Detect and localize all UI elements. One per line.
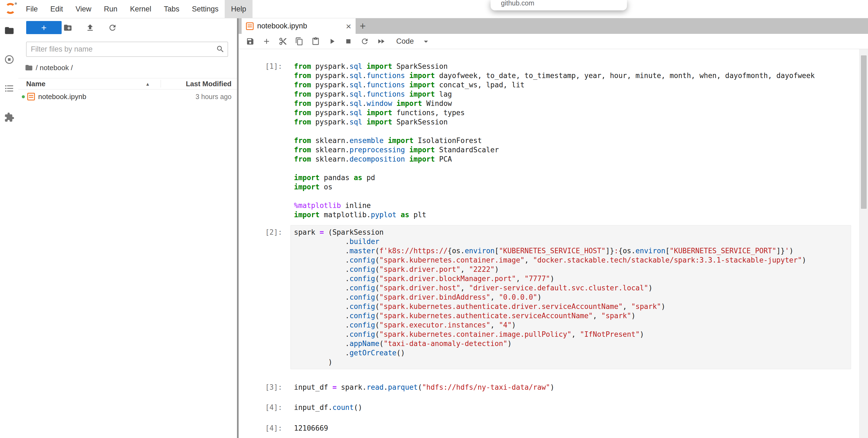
- restart-run-all-button[interactable]: [375, 35, 387, 48]
- activity-bar: [0, 18, 18, 438]
- save-icon: [246, 37, 254, 46]
- plus-icon: [262, 37, 271, 46]
- notebook-cell: [3]: input_df = spark.read.parquet("hdfs…: [239, 380, 851, 395]
- execution-count: [4]:: [239, 400, 282, 414]
- table-of-contents-tab-icon[interactable]: [0, 83, 18, 112]
- chevron-down-icon: [421, 36, 431, 47]
- running-kernels-tab-icon[interactable]: [0, 54, 18, 83]
- execution-count: [3]:: [239, 380, 282, 395]
- stop-icon: [344, 37, 352, 46]
- notebook-cell: [2]: spark = (SparkSession .builder .mas…: [239, 225, 851, 369]
- cell-code: from pyspark.sql import SparkSessionfrom…: [294, 62, 847, 220]
- cell-code: 12106669: [294, 424, 847, 433]
- notebook-cell: [1]: from pyspark.sql import SparkSessio…: [239, 59, 851, 222]
- menu-kernel[interactable]: Kernel: [124, 0, 158, 18]
- file-browser-tab-icon[interactable]: [0, 25, 18, 54]
- copy-cells-button[interactable]: [293, 35, 305, 48]
- cell-type-label: Code: [396, 37, 414, 46]
- interrupt-kernel-button[interactable]: [342, 35, 354, 48]
- tab-notebook[interactable]: notebook.ipynb ×: [242, 18, 355, 34]
- new-folder-icon: [63, 23, 72, 32]
- cell-editor[interactable]: input_df.count(): [290, 400, 851, 414]
- cell-editor[interactable]: from pyspark.sql import SparkSessionfrom…: [290, 59, 851, 222]
- file-name: notebook.ipynb: [38, 92, 86, 101]
- cell-code: input_df.count(): [294, 403, 847, 412]
- dock-tab-bar: notebook.ipynb × +: [239, 18, 868, 34]
- execution-count: [1]:: [239, 59, 282, 222]
- clipboard-icon: [311, 37, 320, 46]
- run-cell-button[interactable]: [326, 35, 338, 48]
- new-launcher-button[interactable]: +: [26, 21, 62, 34]
- column-header-name[interactable]: Name: [26, 80, 45, 88]
- tab-label: notebook.ipynb: [257, 22, 307, 30]
- breadcrumb-path: / notebook /: [36, 64, 73, 72]
- file-filter: [26, 42, 228, 57]
- refresh-file-list-button[interactable]: [106, 22, 118, 34]
- menu-help[interactable]: Help: [225, 0, 252, 18]
- cell-list: [1]: from pyspark.sql import SparkSessio…: [239, 49, 859, 438]
- menu-bar: File Edit View Run Kernel Tabs Settings …: [0, 0, 868, 18]
- play-icon: [328, 37, 336, 46]
- upload-icon: [86, 23, 95, 32]
- breadcrumb[interactable]: / notebook /: [25, 62, 237, 73]
- vertical-scrollbar[interactable]: [859, 49, 868, 438]
- browser-popup-text: github.com: [501, 0, 627, 7]
- menu-tabs[interactable]: Tabs: [158, 0, 186, 18]
- sort-ascending-icon[interactable]: ▲: [145, 82, 150, 87]
- fast-forward-icon: [377, 37, 385, 46]
- menu-settings[interactable]: Settings: [186, 0, 225, 18]
- cell-output: 12106669: [290, 421, 851, 435]
- file-browser-toolbar: +: [26, 21, 237, 34]
- notebook-content: [1]: from pyspark.sql import SparkSessio…: [239, 49, 868, 438]
- execution-count: [4]:: [239, 421, 282, 435]
- save-button[interactable]: [244, 35, 256, 48]
- refresh-icon: [108, 23, 117, 32]
- add-cell-button[interactable]: [260, 35, 272, 48]
- restart-kernel-button[interactable]: [359, 35, 371, 48]
- new-folder-button[interactable]: [62, 22, 74, 34]
- cell-type-dropdown[interactable]: Code: [396, 36, 431, 47]
- running-dot-icon: [22, 95, 25, 98]
- upload-button[interactable]: [84, 22, 96, 34]
- jupyterlab-window: File Edit View Run Kernel Tabs Settings …: [0, 0, 868, 438]
- cut-cells-button[interactable]: [277, 35, 289, 48]
- list-icon: [4, 83, 14, 94]
- file-list-header: Name ▲ Last Modified: [18, 78, 237, 89]
- file-item-notebook[interactable]: notebook.ipynb 3 hours ago: [18, 89, 237, 104]
- menu-edit[interactable]: Edit: [44, 0, 69, 18]
- cell-editor[interactable]: input_df = spark.read.parquet("hdfs://hd…: [290, 380, 851, 395]
- menu-run[interactable]: Run: [98, 0, 124, 18]
- folder-icon: [25, 64, 33, 72]
- notebook-toolbar: Code: [239, 34, 868, 49]
- new-tab-button[interactable]: +: [355, 18, 370, 34]
- search-icon: [216, 45, 225, 54]
- main-dock-panel: notebook.ipynb × +: [239, 18, 868, 438]
- folder-icon: [4, 25, 14, 36]
- extensions-tab-icon[interactable]: [0, 112, 18, 141]
- jupyter-logo-icon: [4, 2, 17, 16]
- filter-input[interactable]: [26, 42, 228, 57]
- menu-file[interactable]: File: [20, 0, 44, 18]
- notebook-cell: [4]: input_df.count(): [239, 400, 851, 414]
- file-last-modified: 3 hours ago: [195, 93, 231, 101]
- cell-code: input_df = spark.read.parquet("hdfs://hd…: [294, 383, 847, 392]
- paste-cells-button[interactable]: [310, 35, 321, 48]
- cell-editor[interactable]: spark = (SparkSession .builder .master(f…: [290, 225, 851, 369]
- scrollbar-thumb[interactable]: [861, 55, 867, 209]
- close-icon[interactable]: ×: [346, 22, 351, 31]
- restart-icon: [361, 37, 369, 46]
- column-header-last-modified[interactable]: Last Modified: [186, 80, 231, 88]
- cell-code: spark = (SparkSession .builder .master(f…: [294, 228, 847, 367]
- copy-icon: [295, 37, 304, 46]
- file-browser-panel: + / notebook / Name: [18, 18, 237, 438]
- puzzle-icon: [4, 112, 14, 122]
- menu-view[interactable]: View: [69, 0, 98, 18]
- scissors-icon: [279, 37, 287, 46]
- browser-popup: github.com: [491, 0, 627, 10]
- notebook-icon: [246, 22, 254, 30]
- notebook-cell: [4]: 12106669: [239, 421, 851, 435]
- notebook-icon: [27, 93, 35, 100]
- execution-count: [2]:: [239, 225, 282, 369]
- running-circle-icon: [4, 54, 14, 65]
